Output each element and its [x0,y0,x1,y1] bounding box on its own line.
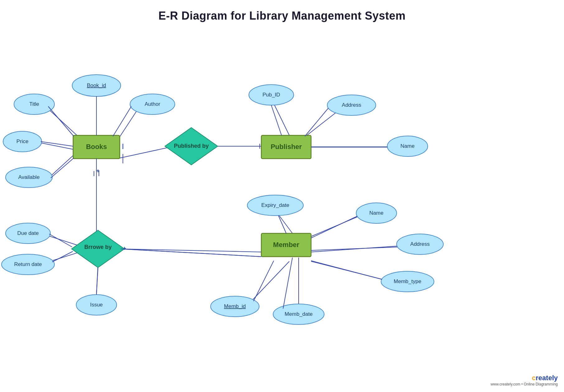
attr-expiry-date-label: Expiry_date [261,202,289,208]
svg-line-47 [96,268,98,295]
attr-author-label: Author [145,101,160,107]
attr-title-label: Title [29,101,39,107]
svg-line-35 [51,158,74,178]
brand-name: creately [491,374,558,382]
attr-pub-address-label: Address [342,102,361,108]
page-title: E-R Diagram for Library Management Syste… [0,0,564,22]
svg-line-44 [283,258,292,309]
svg-line-37 [305,108,328,136]
published-by-label: Published by [174,143,209,149]
attr-memb-type-label: Memb_type [394,278,422,284]
svg-line-45 [49,234,72,247]
attr-pub-id-label: Pub_ID [263,92,280,98]
cardinality-books-borrow: + [96,168,100,174]
borrow-by-label: Brrowe by [84,244,112,250]
attr-mem-name-label: Name [369,210,383,216]
svg-line-32 [48,106,74,136]
books-entity-label: Books [86,143,107,151]
attr-memb-date-label: Memb_date [285,311,313,317]
member-entity-label: Member [273,241,300,249]
attr-issue-label: Issue [90,302,103,308]
svg-line-39 [278,216,286,233]
svg-line-41 [311,247,397,250]
brand-sub: www.creately.com • Online Diagramming [491,382,558,386]
svg-line-48 [121,249,261,257]
svg-line-33 [113,106,131,136]
attr-book-id-label: Book_id [87,82,106,88]
attr-return-date-label: Return date [14,261,42,267]
publisher-entity-label: Publisher [271,143,302,151]
cardinality-books-pub: | [122,143,124,149]
svg-line-14 [120,249,261,252]
svg-line-40 [311,216,357,238]
attr-price-label: Price [16,138,29,144]
attr-due-date-label: Due date [17,230,39,236]
attr-mem-address-label: Address [410,241,430,247]
svg-line-5 [120,146,174,158]
svg-line-46 [52,251,73,262]
diagram-container: + | | + Published by Brrowe by Books Pub… [0,25,564,392]
attr-pub-name-label: Name [400,143,414,149]
watermark: creately www.creately.com • Online Diagr… [491,374,558,386]
attr-available-label: Available [18,174,40,180]
svg-line-42 [311,261,382,279]
attr-memb-id-label: Memb_id [224,303,246,309]
